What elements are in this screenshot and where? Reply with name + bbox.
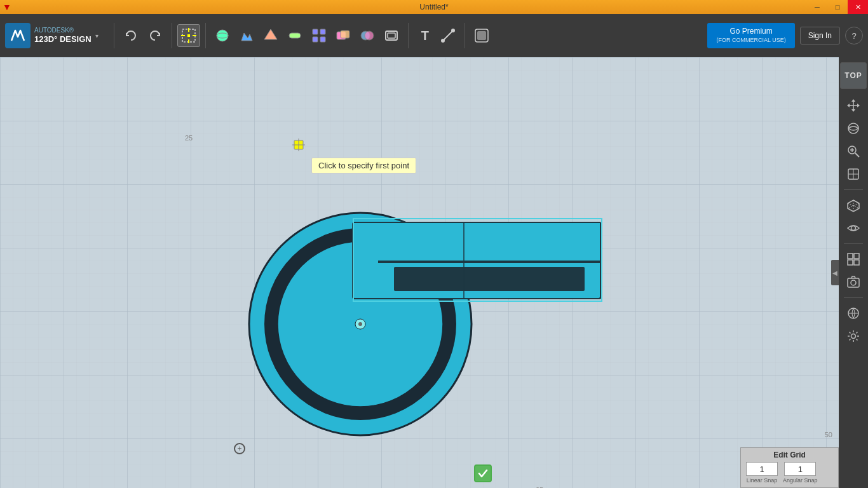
redo-button[interactable]: [144, 24, 166, 47]
svg-point-22: [451, 29, 455, 32]
svg-marker-48: [847, 104, 850, 107]
grid-label-50-right: 50: [825, 431, 832, 438]
svg-marker-46: [851, 99, 855, 102]
combine-button[interactable]: [356, 24, 379, 47]
svg-point-64: [851, 280, 856, 285]
linear-snap-field: 1 Linear Snap: [746, 462, 778, 484]
logo-text: AUTODESK® 123D° DESIGN: [34, 26, 92, 45]
canvas-area[interactable]: Click to specify first point 25 25 50: [0, 57, 839, 488]
svg-line-52: [855, 153, 859, 157]
minimize-button[interactable]: ─: [807, 0, 827, 14]
svg-rect-34: [394, 267, 585, 291]
sign-in-button[interactable]: Sign In: [800, 27, 840, 44]
view3d-button[interactable]: [843, 195, 864, 215]
svg-rect-62: [854, 260, 859, 265]
svg-rect-59: [848, 254, 853, 259]
logo-dropdown-arrow[interactable]: ▾: [95, 32, 98, 39]
cursor-position: [292, 139, 305, 154]
toolbar-separator-3: [205, 23, 206, 48]
modify-button[interactable]: [283, 24, 306, 47]
svg-point-58: [851, 226, 856, 231]
measure-button[interactable]: [437, 24, 459, 47]
pattern-button[interactable]: [308, 24, 330, 47]
go-premium-button[interactable]: Go Premium (FOR COMMERCIAL USE): [707, 23, 794, 48]
confirm-button[interactable]: [474, 464, 492, 482]
zoom-fit-button[interactable]: [843, 164, 864, 184]
edit-grid-title: Edit Grid: [746, 451, 833, 459]
panel-separator-3: [844, 297, 863, 298]
svg-rect-16: [341, 30, 349, 38]
svg-point-66: [851, 334, 856, 339]
window-title: Untitled*: [419, 3, 448, 11]
tool-group: [211, 24, 403, 47]
svg-rect-14: [320, 37, 325, 42]
grid-label-25-top: 25: [185, 134, 193, 142]
text-button[interactable]: T: [414, 24, 437, 47]
screenshot-button[interactable]: [843, 272, 864, 292]
svg-marker-9: [264, 29, 277, 39]
right-toolbar: Go Premium (FOR COMMERCIAL USE) Sign In …: [707, 23, 863, 48]
linear-snap-input[interactable]: 1: [746, 462, 778, 476]
tooltip: Click to specify first point: [311, 158, 416, 173]
transform-button[interactable]: [177, 24, 200, 47]
svg-rect-10: [289, 33, 301, 38]
axis-indicator: [234, 443, 245, 454]
app-logo: [5, 23, 31, 48]
svg-rect-60: [854, 254, 859, 259]
undo-redo-group: [119, 24, 166, 47]
materials-button[interactable]: [470, 24, 493, 47]
pan-button[interactable]: [843, 95, 864, 116]
primitives-button[interactable]: [211, 24, 234, 47]
svg-point-21: [441, 39, 445, 43]
svg-rect-11: [313, 29, 318, 34]
svg-rect-20: [388, 33, 395, 38]
titlebar: ▼ Untitled* ─ □ ✕: [0, 0, 868, 14]
right-panel: TOP: [839, 57, 868, 488]
svg-point-50: [848, 123, 858, 133]
svg-rect-12: [320, 29, 325, 34]
svg-point-31: [358, 322, 362, 326]
eye-button[interactable]: [843, 218, 864, 238]
linear-snap-label: Linear Snap: [747, 477, 778, 484]
view-cube-button[interactable]: TOP: [840, 62, 867, 89]
grid-settings-button[interactable]: [843, 249, 864, 269]
svg-rect-33: [353, 261, 600, 263]
toolbar-separator-1: [114, 23, 114, 48]
orbit-button[interactable]: [843, 118, 864, 139]
sketch-button[interactable]: [235, 24, 258, 47]
angular-snap-input[interactable]: 1: [784, 462, 816, 476]
svg-rect-61: [848, 260, 853, 265]
undo-button[interactable]: [119, 24, 142, 47]
svg-point-7: [217, 30, 228, 41]
zoom-button[interactable]: [843, 141, 864, 161]
svg-marker-47: [851, 109, 855, 112]
panel-collapse-handle[interactable]: ◀: [831, 260, 839, 285]
svg-rect-63: [848, 278, 859, 287]
main-area: Click to specify first point 25 25 50 TO…: [0, 57, 868, 488]
group-button[interactable]: [332, 24, 355, 47]
autodesk-logo-mark: ▼: [3, 2, 11, 12]
help-button[interactable]: ?: [845, 27, 863, 44]
panel-separator-1: [844, 189, 863, 190]
toolbar: AUTODESK® 123D° DESIGN ▾: [0, 14, 868, 57]
svg-rect-24: [477, 31, 486, 40]
construct-button[interactable]: [259, 24, 282, 47]
close-button[interactable]: ✕: [848, 0, 868, 14]
shell-button[interactable]: [380, 24, 403, 47]
app-settings-button[interactable]: [843, 326, 864, 346]
edit-grid-row: 1 Linear Snap 1 Angular Snap: [746, 462, 833, 484]
maximize-button[interactable]: □: [827, 0, 848, 14]
toolbar-separator-2: [172, 23, 172, 48]
svg-rect-36: [353, 222, 600, 259]
svg-marker-49: [857, 104, 860, 107]
angular-snap-label: Angular Snap: [783, 477, 818, 484]
toolbar-separator-5: [465, 23, 465, 48]
edit-grid-panel: Edit Grid 1 Linear Snap 1 Angular Snap: [740, 447, 839, 488]
scene-button[interactable]: [843, 303, 864, 323]
svg-point-18: [365, 31, 374, 40]
svg-rect-13: [313, 37, 318, 42]
window-controls: ─ □ ✕: [807, 0, 868, 14]
angular-snap-field: 1 Angular Snap: [783, 462, 818, 484]
logo-area: AUTODESK® 123D° DESIGN ▾: [5, 23, 98, 48]
svg-rect-6: [187, 34, 190, 37]
